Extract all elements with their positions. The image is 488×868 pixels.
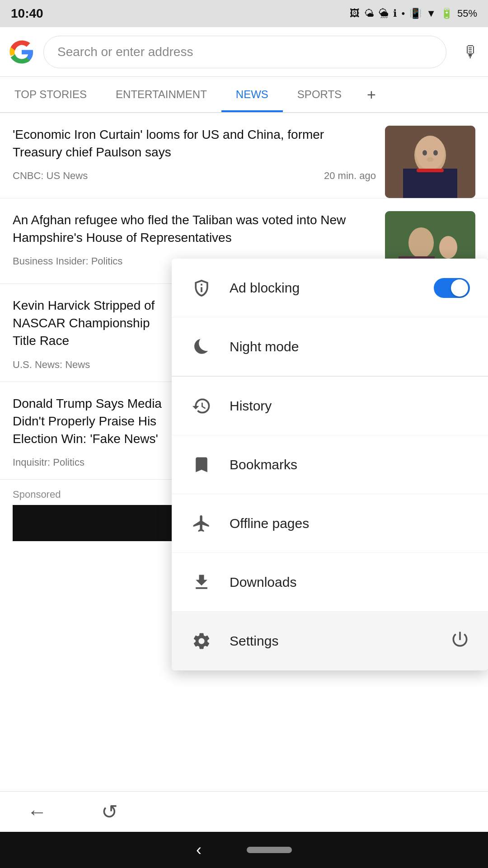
news-meta-4: Inquisitr: Politics <box>13 457 168 479</box>
search-input[interactable]: Search or enter address <box>43 36 446 68</box>
android-home-indicator[interactable] <box>247 847 292 853</box>
search-placeholder: Search or enter address <box>57 45 193 59</box>
vibrate-icon: 📳 <box>409 8 422 19</box>
night-mode-icon <box>190 335 213 359</box>
microphone-icon[interactable]: 🎙 <box>463 42 479 61</box>
android-back-icon[interactable]: ‹ <box>196 840 202 859</box>
news-source-2: Business Insider: Politics <box>13 255 122 267</box>
sponsored-banner <box>13 505 184 541</box>
menu-item-settings[interactable]: Settings <box>172 612 488 670</box>
search-bar: Search or enter address 🎙 <box>0 27 488 77</box>
tab-sports[interactable]: SPORTS <box>283 77 356 112</box>
bookmarks-label: Bookmarks <box>230 457 470 472</box>
ad-blocking-label: Ad blocking <box>230 280 418 296</box>
svg-point-4 <box>422 150 427 156</box>
back-button[interactable]: ← <box>27 801 47 823</box>
svg-point-5 <box>433 150 438 156</box>
menu-item-downloads[interactable]: Downloads <box>172 553 488 612</box>
news-item[interactable]: Donald Trump Says Media Didn't Properly … <box>0 382 181 480</box>
news-thumbnail-1 <box>385 126 475 198</box>
status-icons: 🖼 🌤 🌦 ℹ • 📳 ▼ 🔋 55% <box>350 8 477 19</box>
weather-icon2: 🌦 <box>379 8 389 19</box>
downloads-icon <box>190 571 213 594</box>
bottom-nav: ← ↺ <box>0 791 488 832</box>
tab-news[interactable]: NEWS <box>221 77 283 112</box>
svg-point-6 <box>427 157 434 162</box>
battery-percent: 55% <box>457 8 477 19</box>
news-item[interactable]: Kevin Harvick Stripped of NASCAR Champio… <box>0 284 181 382</box>
tab-entertainment[interactable]: ENTERTAINMENT <box>101 77 221 112</box>
alert-icon: ℹ <box>393 8 397 19</box>
bookmarks-icon <box>190 453 213 476</box>
dropdown-menu: Ad blocking Night mode History Bookmar <box>172 259 488 670</box>
news-text-4: Donald Trump Says Media Didn't Properly … <box>13 395 168 480</box>
svg-point-2 <box>416 136 445 170</box>
news-title-1: 'Economic Iron Curtain' looms for US and… <box>13 126 376 161</box>
svg-rect-3 <box>403 169 457 198</box>
news-source-4: Inquisitr: Politics <box>13 457 84 468</box>
history-icon <box>190 394 213 418</box>
offline-pages-label: Offline pages <box>230 516 470 531</box>
menu-item-history[interactable]: History <box>172 377 488 435</box>
dot-icon: • <box>401 8 405 19</box>
news-title-4: Donald Trump Says Media Didn't Properly … <box>13 395 168 448</box>
android-navigation-bar: ‹ <box>0 832 488 868</box>
news-source-3: U.S. News: News <box>13 359 90 371</box>
news-title-2: An Afghan refugee who fled the Taliban w… <box>13 211 376 246</box>
power-icon[interactable] <box>450 629 470 653</box>
downloads-label: Downloads <box>230 575 470 590</box>
battery-icon: 🔋 <box>441 8 453 19</box>
weather-icon1: 🌤 <box>364 8 374 19</box>
settings-icon <box>190 629 213 653</box>
photo-icon: 🖼 <box>350 8 360 19</box>
tab-add-button[interactable]: + <box>356 77 387 112</box>
svg-point-9 <box>408 227 434 258</box>
wifi-icon: ▼ <box>426 8 436 19</box>
tab-bar: TOP STORIES ENTERTAINMENT NEWS SPORTS + <box>0 77 488 113</box>
news-source-1: CNBC: US News <box>13 170 88 182</box>
status-bar: 10:40 🖼 🌤 🌦 ℹ • 📳 ▼ 🔋 55% <box>0 0 488 27</box>
news-item[interactable]: 'Economic Iron Curtain' looms for US and… <box>0 113 488 198</box>
news-text-3: Kevin Harvick Stripped of NASCAR Champio… <box>13 297 168 382</box>
toggle-knob <box>451 279 468 297</box>
menu-item-ad-blocking[interactable]: Ad blocking <box>172 259 488 317</box>
news-title-3: Kevin Harvick Stripped of NASCAR Champio… <box>13 297 168 350</box>
reload-button[interactable]: ↺ <box>101 800 118 823</box>
google-logo <box>9 39 34 65</box>
status-time: 10:40 <box>11 6 43 21</box>
menu-item-offline-pages[interactable]: Offline pages <box>172 494 488 553</box>
menu-item-bookmarks[interactable]: Bookmarks <box>172 435 488 494</box>
svg-point-10 <box>439 236 457 259</box>
offline-pages-icon <box>190 512 213 535</box>
settings-label: Settings <box>230 633 434 649</box>
history-label: History <box>230 398 470 414</box>
ad-blocking-icon <box>190 276 213 300</box>
news-meta-3: U.S. News: News <box>13 359 168 382</box>
menu-item-night-mode[interactable]: Night mode <box>172 317 488 376</box>
news-meta-1: CNBC: US News 20 min. ago <box>13 170 376 193</box>
news-time-1: 20 min. ago <box>324 170 376 182</box>
news-text-1: 'Economic Iron Curtain' looms for US and… <box>13 126 376 193</box>
night-mode-label: Night mode <box>230 339 470 354</box>
tab-top-stories[interactable]: TOP STORIES <box>0 77 101 112</box>
ad-blocking-toggle[interactable] <box>434 278 470 298</box>
svg-rect-7 <box>417 169 444 172</box>
